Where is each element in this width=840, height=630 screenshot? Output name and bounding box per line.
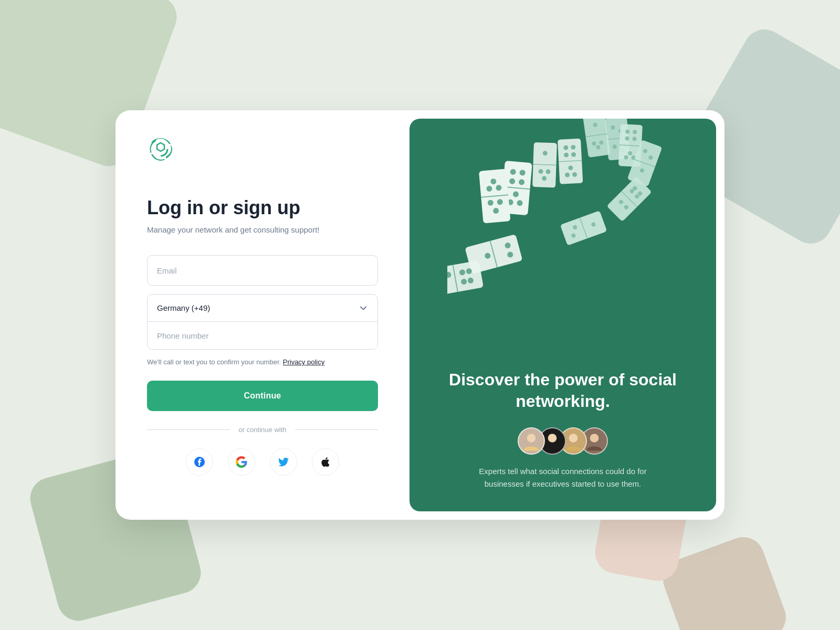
svg-point-84: [447, 271, 452, 278]
svg-point-71: [497, 199, 503, 205]
avatars-row: [435, 427, 691, 455]
svg-point-44: [571, 145, 575, 150]
svg-point-93: [590, 434, 599, 443]
svg-point-12: [599, 140, 604, 145]
svg-point-16: [625, 130, 629, 134]
svg-line-29: [622, 191, 637, 207]
bg-shape-4: [657, 531, 792, 630]
svg-point-72: [493, 207, 499, 214]
svg-point-87: [527, 434, 536, 443]
svg-point-46: [571, 152, 576, 157]
svg-point-83: [460, 278, 467, 285]
logo-container: [147, 135, 378, 165]
svg-point-81: [467, 277, 474, 284]
divider-text: or continue with: [238, 426, 286, 434]
svg-rect-41: [558, 139, 583, 184]
svg-point-21: [624, 155, 628, 159]
privacy-notice: We'll call or text you to confirm your n…: [147, 358, 378, 366]
divider-line-left: [147, 429, 230, 430]
svg-line-79: [453, 265, 458, 292]
svg-point-55: [542, 176, 547, 181]
svg-point-6: [612, 144, 617, 149]
svg-point-70: [487, 200, 494, 206]
svg-rect-36: [560, 211, 607, 246]
svg-point-63: [507, 199, 513, 205]
svg-point-82: [459, 269, 466, 276]
svg-rect-14: [618, 124, 643, 167]
svg-point-27: [639, 168, 645, 173]
phone-container: Germany (+49): [147, 294, 378, 350]
svg-point-45: [564, 152, 569, 157]
privacy-policy-link[interactable]: Privacy policy: [283, 358, 324, 366]
svg-line-51: [533, 164, 556, 165]
svg-rect-2: [605, 119, 631, 161]
right-panel: Discover the power of social networking.: [410, 119, 716, 511]
twitter-icon: [277, 456, 290, 468]
dominos-svg: [447, 119, 678, 329]
svg-point-48: [565, 172, 570, 177]
svg-point-30: [632, 185, 638, 191]
dominos-illustration: [410, 119, 716, 329]
svg-line-74: [490, 241, 497, 267]
apple-login-button[interactable]: [312, 448, 339, 476]
left-panel: Log in or sign up Manage your network an…: [116, 110, 410, 520]
svg-point-52: [543, 151, 548, 155]
svg-rect-65: [479, 169, 511, 223]
svg-point-31: [637, 191, 643, 196]
svg-point-62: [513, 191, 519, 197]
country-select[interactable]: Germany (+49): [148, 295, 377, 322]
svg-point-13: [596, 145, 601, 150]
svg-rect-50: [532, 142, 557, 187]
svg-point-91: [569, 434, 578, 443]
svg-point-69: [496, 185, 502, 191]
facebook-login-button[interactable]: [186, 448, 213, 476]
svg-rect-78: [447, 260, 484, 297]
country-label: Germany (+49): [157, 303, 359, 312]
svg-rect-8: [583, 119, 611, 158]
facebook-icon: [193, 456, 206, 468]
svg-point-7: [620, 148, 625, 153]
svg-rect-28: [606, 176, 652, 222]
google-login-button[interactable]: [228, 448, 255, 476]
svg-point-89: [548, 434, 557, 443]
svg-line-66: [481, 195, 508, 197]
svg-line-37: [580, 218, 587, 238]
phone-input[interactable]: [148, 322, 377, 349]
svg-point-80: [466, 268, 472, 275]
svg-point-61: [519, 179, 525, 185]
twitter-login-button[interactable]: [270, 448, 297, 476]
chevron-down-icon: [359, 303, 368, 313]
svg-point-20: [628, 151, 632, 155]
svg-rect-23: [627, 140, 663, 187]
svg-point-35: [623, 204, 629, 210]
svg-point-38: [591, 222, 596, 227]
svg-point-49: [572, 172, 577, 177]
svg-point-76: [507, 251, 513, 258]
svg-point-39: [572, 225, 578, 230]
google-icon: [235, 456, 248, 468]
svg-point-26: [648, 155, 653, 160]
svg-line-57: [503, 187, 530, 190]
svg-line-24: [634, 160, 655, 167]
svg-point-54: [545, 169, 550, 174]
svg-point-77: [484, 252, 491, 259]
svg-point-60: [509, 178, 516, 184]
page-subheading: Manage your network and get consulting s…: [147, 225, 378, 234]
svg-point-47: [568, 165, 573, 170]
svg-point-59: [519, 170, 526, 176]
svg-point-53: [538, 169, 543, 174]
email-input[interactable]: [147, 255, 378, 286]
avatar-1: [518, 427, 545, 455]
continue-button[interactable]: Continue: [147, 381, 378, 411]
divider-row: or continue with: [147, 426, 378, 434]
svg-point-19: [632, 136, 636, 141]
social-login-buttons: [147, 448, 378, 476]
svg-point-18: [625, 136, 629, 140]
svg-point-58: [510, 169, 516, 175]
svg-point-75: [504, 242, 511, 249]
svg-point-17: [633, 130, 637, 134]
svg-line-42: [559, 161, 582, 162]
right-heading: Discover the power of social networking.: [435, 369, 691, 413]
svg-point-33: [634, 194, 640, 200]
main-card: Log in or sign up Manage your network an…: [116, 110, 724, 520]
